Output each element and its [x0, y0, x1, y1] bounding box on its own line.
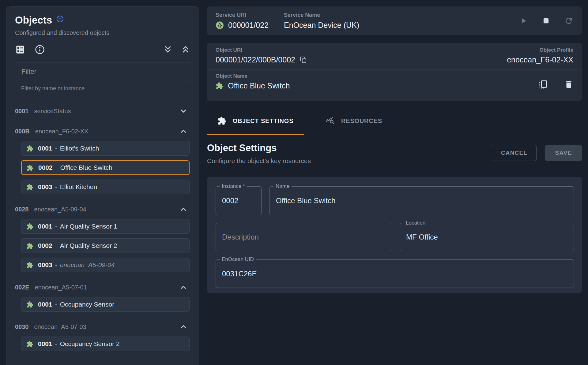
puzzle-icon — [26, 262, 33, 269]
instance-field: Instance * — [216, 186, 262, 215]
enocean-uid-label: EnOcean UID — [220, 256, 256, 263]
object-list-item[interactable]: 0001-Occupancy Sensor — [21, 297, 190, 312]
collapse-all-icon[interactable] — [181, 45, 190, 54]
tab-resources[interactable]: RESOURCES — [312, 108, 396, 135]
group-code: 002E — [15, 284, 29, 291]
section-subtitle: Configure the object's key resources — [207, 157, 311, 165]
tab-bar: OBJECT SETTINGS RESOURCES — [207, 108, 582, 135]
expand-all-icon[interactable] — [163, 45, 172, 54]
play-button[interactable] — [519, 16, 528, 25]
tab-resources-icon — [325, 116, 335, 126]
save-button[interactable]: SAVE — [545, 145, 582, 161]
tab-resources-label: RESOURCES — [341, 117, 382, 125]
item-name: enocean_A5-09-04 — [60, 261, 115, 269]
service-uri-value: 000001/022 — [228, 21, 269, 30]
delete-icon[interactable] — [564, 80, 573, 89]
duplicate-icon[interactable] — [538, 80, 548, 89]
enocean-uid-field: EnOcean UID — [216, 259, 574, 288]
enocean-uid-input[interactable] — [216, 260, 574, 288]
filter-helper-text: Filter by name or instance — [21, 85, 190, 92]
tab-puzzle-icon — [217, 116, 227, 125]
chevron-up-icon[interactable] — [179, 205, 188, 214]
svg-text:?: ? — [59, 17, 61, 21]
filter-input[interactable] — [15, 62, 190, 81]
puzzle-icon — [26, 301, 33, 308]
info-icon[interactable] — [35, 44, 45, 55]
group-code: 0030 — [15, 323, 29, 330]
location-input[interactable] — [400, 223, 574, 251]
instance-input[interactable] — [216, 187, 261, 215]
group-code: 0001 — [15, 108, 29, 115]
puzzle-icon — [26, 242, 33, 249]
section-title: Object Settings — [207, 143, 311, 154]
name-input[interactable] — [270, 187, 574, 215]
object-list-item[interactable]: 0002-Office Blue Switch — [21, 160, 190, 175]
object-profile-value: enocean_F6-02-XX — [507, 55, 573, 64]
objects-title: Objects — [15, 15, 52, 26]
object-list-item[interactable]: 0002-Air Quality Sensor 2 — [21, 238, 190, 253]
copy-icon[interactable] — [300, 56, 307, 64]
stop-button[interactable] — [541, 16, 551, 25]
puzzle-icon — [26, 184, 33, 191]
item-name: Elliot's Switch — [60, 145, 99, 152]
tab-object-settings[interactable]: OBJECT SETTINGS — [207, 108, 304, 135]
description-input[interactable] — [216, 223, 391, 251]
object-group-header[interactable]: 0030enocean_A5-07-03 — [15, 322, 190, 332]
name-field: Name — [270, 186, 574, 215]
object-list-item[interactable]: 0003-enocean_A5-09-04 — [21, 258, 190, 272]
object-list-item[interactable]: 0001-Occupancy Sensor 2 — [21, 337, 190, 351]
group-name: serviceStatus — [34, 108, 71, 115]
item-instance-id: 0001 — [38, 223, 52, 230]
chevron-up-icon[interactable] — [179, 127, 188, 136]
instance-label: Instance * — [220, 183, 247, 189]
chevron-up-icon[interactable] — [179, 283, 188, 292]
main-panel: Service URI — [207, 6, 582, 293]
item-instance-id: 0003 — [38, 183, 52, 191]
service-name-label: Service Name — [284, 12, 359, 18]
location-field: Location — [400, 223, 574, 251]
service-bar: Service URI — [207, 6, 582, 35]
object-group-header[interactable]: 0001serviceStatus — [15, 106, 190, 116]
object-card: Object URI 000001/022/000B/0002 Object P… — [207, 43, 582, 101]
item-name: Air Quality Sensor 1 — [60, 223, 117, 230]
puzzle-icon — [26, 145, 33, 152]
group-name: enocean_A5-07-01 — [35, 284, 87, 291]
objects-subtitle: Configured and discovered objects — [15, 29, 190, 36]
chevron-up-icon[interactable] — [179, 322, 188, 331]
puzzle-icon — [27, 164, 34, 171]
item-instance-id: 0003 — [38, 261, 52, 269]
puzzle-icon — [26, 223, 33, 230]
item-name: Occupancy Sensor 2 — [60, 340, 120, 348]
item-name: Elliot Kitchen — [60, 183, 97, 191]
object-group-header[interactable]: 0028enocean_A5-09-04 — [15, 204, 190, 214]
list-view-icon[interactable] — [15, 44, 25, 55]
help-icon[interactable]: ? — [56, 15, 64, 23]
item-name: Air Quality Sensor 2 — [60, 242, 117, 249]
object-list-item[interactable]: 0003-Elliot Kitchen — [21, 180, 190, 194]
object-group-header[interactable]: 000Benocean_F6-02-XX — [15, 126, 190, 136]
object-group-header[interactable]: 002Eenocean_A5-07-01 — [15, 282, 190, 292]
group-code: 0028 — [15, 206, 29, 213]
item-instance-id: 0001 — [38, 145, 52, 152]
name-label: Name — [273, 183, 292, 189]
cancel-button[interactable]: CANCEL — [492, 145, 537, 161]
location-label: Location — [404, 220, 428, 226]
object-list-item[interactable]: 0001-Elliot's Switch — [21, 141, 190, 156]
service-hub-icon — [216, 21, 224, 29]
object-list-item[interactable]: 0001-Air Quality Sensor 1 — [21, 219, 190, 234]
object-name-value: Office Blue Switch — [228, 81, 290, 90]
item-name: Occupancy Sensor — [60, 301, 114, 308]
chevron-down-icon[interactable] — [179, 107, 188, 115]
item-instance-id: 0002 — [38, 242, 52, 249]
puzzle-icon — [26, 341, 33, 348]
object-settings-form: Instance * Name Location EnOcean UID — [207, 177, 582, 293]
item-instance-id: 0001 — [38, 301, 52, 308]
object-uri-label: Object URI — [216, 47, 307, 53]
objects-toolbar — [15, 44, 190, 55]
object-uri-value: 000001/022/000B/0002 — [216, 55, 295, 64]
item-name: Office Blue Switch — [60, 164, 112, 171]
service-uri-label: Service URI — [216, 12, 269, 18]
refresh-button[interactable] — [564, 16, 573, 25]
service-name-value: EnOcean Device (UK) — [284, 21, 359, 30]
objects-panel: Objects ? Configured and discovered obje… — [6, 6, 199, 365]
